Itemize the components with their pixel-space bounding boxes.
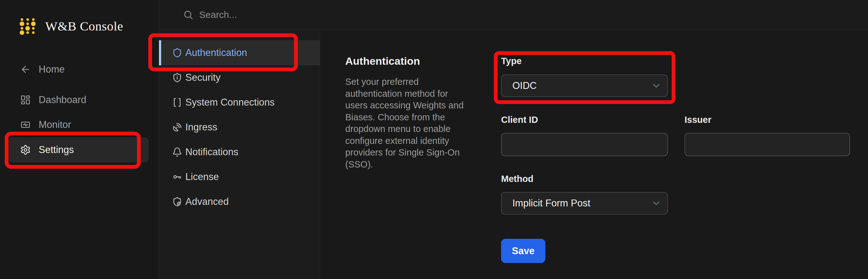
sidebar-item-label: Home: [39, 64, 65, 75]
settings-nav-label: Authentication: [185, 47, 247, 58]
sidebar-item-label: Monitor: [39, 119, 71, 130]
save-button[interactable]: Save: [501, 239, 546, 263]
sidebar: W&B Console Home Dashboard Monitor Setti: [0, 0, 159, 279]
settings-nav-item-advanced[interactable]: Advanced: [159, 189, 320, 214]
sidebar-item-settings[interactable]: Settings: [9, 137, 149, 162]
shield-gear-icon: [172, 197, 182, 207]
settings-nav-item-notifications[interactable]: Notifications: [159, 140, 320, 165]
chevron-down-icon: [651, 81, 661, 91]
settings-nav-item-authentication[interactable]: Authentication: [159, 40, 320, 65]
wandb-logo-icon: [20, 17, 36, 35]
settings-nav-label: System Connections: [185, 97, 275, 108]
issuer-input[interactable]: [685, 133, 850, 156]
type-label: Type: [501, 56, 522, 66]
search-icon: [183, 9, 193, 20]
settings-nav-label: Ingress: [185, 122, 217, 133]
search-input[interactable]: [198, 9, 393, 21]
method-dropdown-value: Implicit Form Post: [513, 197, 590, 209]
wandb-console-window: W&B Console Home Dashboard Monitor Setti: [0, 0, 868, 279]
shield-icon: [172, 48, 182, 58]
main-content: Authentication Set your preferred authen…: [320, 30, 868, 279]
settings-nav-item-system-connections[interactable]: System Connections: [159, 90, 320, 115]
client-id-label: Client ID: [501, 115, 538, 125]
sidebar-item-home[interactable]: Home: [0, 62, 159, 77]
dashboard-icon: [20, 95, 31, 105]
sidebar-item-monitor[interactable]: Monitor: [0, 117, 159, 132]
chevron-down-icon: [651, 198, 661, 209]
settings-nav-label: Notifications: [185, 147, 239, 158]
client-id-input[interactable]: [501, 133, 668, 156]
type-dropdown-value: OIDC: [513, 80, 537, 91]
sidebar-item-label: Dashboard: [39, 94, 86, 105]
page-title: Authentication: [345, 55, 420, 67]
app-logo: W&B Console: [20, 17, 123, 35]
brackets-icon: [172, 97, 182, 107]
issuer-label: Issuer: [685, 115, 711, 125]
bell-icon: [172, 147, 182, 157]
method-label: Method: [501, 174, 533, 184]
arrow-left-icon: [20, 64, 31, 75]
search-box[interactable]: [183, 0, 393, 29]
shield-info-icon: [172, 72, 182, 83]
header: [159, 0, 868, 30]
settings-nav-label: Advanced: [185, 196, 229, 207]
settings-nav-item-security[interactable]: Security: [159, 65, 320, 90]
monitor-icon: [20, 119, 31, 130]
settings-nav: Authentication Security System Connectio…: [159, 30, 320, 279]
settings-nav-item-ingress[interactable]: Ingress: [159, 115, 320, 140]
app-title: W&B Console: [45, 19, 123, 34]
type-dropdown[interactable]: OIDC: [501, 74, 668, 97]
sidebar-item-dashboard[interactable]: Dashboard: [0, 92, 159, 107]
key-icon: [172, 172, 182, 182]
gear-icon: [20, 145, 31, 155]
page-description: Set your preferred authentication method…: [345, 76, 472, 170]
settings-nav-item-license[interactable]: License: [159, 164, 320, 189]
settings-nav-label: Security: [185, 72, 220, 83]
antenna-icon: [172, 122, 182, 132]
settings-nav-label: License: [185, 171, 219, 183]
method-dropdown[interactable]: Implicit Form Post: [501, 192, 668, 215]
sidebar-item-label: Settings: [39, 144, 74, 156]
